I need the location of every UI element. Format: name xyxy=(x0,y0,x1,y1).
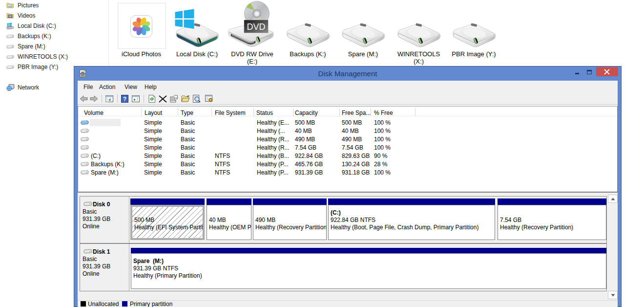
svg-text:DVD: DVD xyxy=(247,22,265,32)
svg-text:?: ? xyxy=(123,96,126,103)
